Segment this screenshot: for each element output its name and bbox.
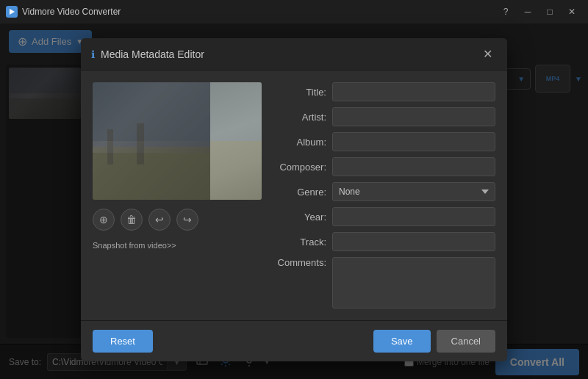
redo-thumbnail-button[interactable]: ↪: [176, 209, 198, 231]
close-button[interactable]: ✕: [562, 4, 582, 19]
artist-input[interactable]: [332, 107, 495, 126]
album-input[interactable]: [332, 132, 495, 151]
window-controls: ? ─ □ ✕: [495, 4, 582, 19]
delete-thumbnail-button[interactable]: 🗑: [121, 209, 143, 231]
restore-button[interactable]: □: [539, 4, 560, 19]
minimize-button[interactable]: ─: [517, 4, 538, 19]
save-button[interactable]: Save: [373, 330, 431, 353]
app-body: ⊕ Add Files ▼ MP4 AVI: [0, 24, 588, 379]
modal-body: ⊕ 🗑 ↩ ↪ Snapshot from video>> Title: Art…: [81, 71, 507, 320]
album-label: Album:: [273, 137, 326, 148]
footer-right: Save Cancel: [373, 330, 495, 353]
year-input[interactable]: [332, 207, 495, 226]
title-label: Title:: [273, 87, 326, 98]
year-row: Year:: [273, 207, 495, 226]
composer-row: Composer:: [273, 157, 495, 176]
app-icon: [6, 6, 18, 18]
svg-rect-4: [107, 129, 113, 165]
track-label: Track:: [273, 237, 326, 248]
svg-rect-5: [137, 123, 144, 165]
comments-row: Comments:: [273, 257, 495, 308]
year-label: Year:: [273, 212, 326, 223]
thumbnail-viewer: [93, 82, 262, 200]
media-metadata-editor-modal: ℹ Media Metadata Editor ✕: [81, 38, 507, 361]
comments-textarea[interactable]: [332, 257, 495, 308]
svg-rect-7: [210, 141, 262, 200]
modal-header: ℹ Media Metadata Editor ✕: [81, 38, 507, 71]
title-bar: Vidmore Video Converter ? ─ □ ✕: [0, 0, 588, 24]
app-title: Vidmore Video Converter: [22, 7, 495, 17]
cancel-button[interactable]: Cancel: [437, 330, 495, 353]
modal-overlay: ℹ Media Metadata Editor ✕: [0, 24, 588, 379]
genre-row: Genre: None Rock Pop Jazz Classical Elec…: [273, 182, 495, 201]
artist-label: Artist:: [273, 112, 326, 123]
reset-button[interactable]: Reset: [93, 330, 153, 353]
genre-select[interactable]: None Rock Pop Jazz Classical Electronic: [332, 182, 495, 201]
metadata-form: Title: Artist: Album: Composer:: [273, 82, 495, 308]
title-row: Title:: [273, 82, 495, 101]
thumbnail-controls: ⊕ 🗑 ↩ ↪: [93, 206, 262, 234]
title-input[interactable]: [332, 82, 495, 101]
modal-close-button[interactable]: ✕: [478, 46, 497, 62]
composer-input[interactable]: [332, 157, 495, 176]
track-row: Track:: [273, 232, 495, 251]
thumbnail-main: [93, 82, 210, 200]
modal-title: Media Metadata Editor: [101, 48, 478, 60]
track-input[interactable]: [332, 232, 495, 251]
composer-label: Composer:: [273, 162, 326, 173]
svg-rect-6: [210, 82, 262, 141]
help-button[interactable]: ?: [495, 4, 516, 19]
comments-label: Comments:: [273, 257, 326, 268]
thumbnail-side: [210, 82, 262, 200]
add-thumbnail-button[interactable]: ⊕: [93, 209, 115, 231]
modal-footer: Reset Save Cancel: [81, 320, 507, 361]
undo-thumbnail-button[interactable]: ↩: [148, 209, 171, 231]
info-icon: ℹ: [91, 48, 95, 60]
thumbnail-panel: ⊕ 🗑 ↩ ↪ Snapshot from video>>: [93, 82, 262, 308]
genre-label: Genre:: [273, 187, 326, 198]
snapshot-link[interactable]: Snapshot from video>>: [93, 241, 262, 250]
album-row: Album:: [273, 132, 495, 151]
artist-row: Artist:: [273, 107, 495, 126]
